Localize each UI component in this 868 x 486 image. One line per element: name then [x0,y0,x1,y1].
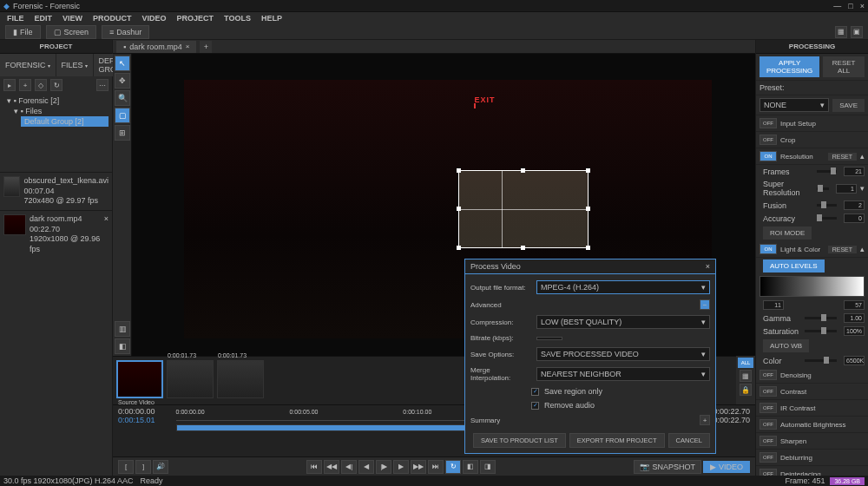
toggle-sharpen[interactable]: OFF [760,436,777,446]
loop[interactable]: ↻ [445,460,461,474]
histogram[interactable] [760,276,865,297]
add-tab[interactable]: + [200,41,212,53]
cancel-button[interactable]: CANCEL [668,433,710,448]
toggle-light[interactable]: ON [760,244,777,254]
toggle-input[interactable]: OFF [760,118,777,128]
next[interactable]: ▶ [393,460,409,474]
file-button[interactable]: ▮File [5,25,41,39]
menu-help[interactable]: HELP [261,14,282,23]
advanced-toggle[interactable]: − [700,299,710,310]
proj-menu[interactable]: ⋯ [96,79,108,91]
gamma-slider[interactable] [805,317,837,319]
toggle-ircontrast[interactable]: OFF [760,403,777,413]
prev-frame[interactable]: ◀| [341,460,357,474]
frames-slider[interactable] [817,170,837,173]
tab-files[interactable]: FILES▾ [56,54,94,76]
sat-slider[interactable] [805,330,837,332]
reset-resolution[interactable]: RESET [828,153,857,161]
thumb-source[interactable]: Source Video [116,360,163,398]
auto-levels[interactable]: AUTO LEVELS [763,259,825,273]
hand-tool[interactable]: ✥ [115,73,130,89]
menu-video[interactable]: VIDEO [142,14,167,23]
auto-wb[interactable]: AUTO WB [763,339,809,352]
play[interactable]: |▶ [376,460,391,474]
roi-rectangle[interactable] [458,170,589,248]
thumb-3[interactable]: 0:00:01.73 [217,360,264,398]
save-region-checkbox[interactable]: ✓ [531,388,539,396]
clip-1[interactable]: obscured_text_Ikena.avi 00:07.04 720x480… [0,172,112,210]
menu-edit[interactable]: EDIT [35,14,53,23]
export-button[interactable]: EXPORT FROM PROJECT [569,433,665,448]
close-icon[interactable]: × [186,43,190,50]
video-tab[interactable]: ▪dark room.mp4× [116,41,196,53]
proj-chevron[interactable]: ◇ [35,79,47,91]
range-b[interactable]: ◨ [480,460,496,474]
bitrate-input[interactable] [536,337,562,340]
close-icon[interactable]: × [706,262,710,271]
save-preset[interactable]: SAVE [832,99,865,112]
proj-expand[interactable]: ▸ [3,79,16,91]
menu-product[interactable]: PRODUCT [93,14,132,23]
zoom-tool[interactable]: 🔍 [115,90,130,106]
accuracy-slider[interactable] [817,217,837,220]
step-back[interactable]: ◀◀ [324,460,339,474]
range-a[interactable]: ◧ [463,460,478,474]
menu-view[interactable]: VIEW [62,14,82,23]
in-point[interactable]: [ [118,460,134,474]
merge-select[interactable]: NEAREST NEIGHBOR▾ [536,367,710,381]
dashur-button[interactable]: ≡Dashur [102,25,149,39]
maximize-icon[interactable]: □ [848,2,852,10]
reset-all-button[interactable]: RESET ALL [823,56,865,77]
toggle-resolution[interactable]: ON [760,151,777,161]
apply-button[interactable]: APPLY PROCESSING [760,56,819,77]
format-select[interactable]: MPEG-4 (H.264)▾ [536,280,710,294]
tool-x[interactable]: ▥ [115,321,130,337]
tree-root[interactable]: ▾ ▪ Forensic [2] [3,95,108,106]
tree-files[interactable]: ▾ ▪ Files [3,106,108,116]
toggle-deint[interactable]: OFF [760,469,777,476]
screen-button[interactable]: ▢Screen [46,25,97,39]
toggle-crop[interactable]: OFF [760,135,777,145]
fusion-slider[interactable] [817,204,837,207]
proj-collapse[interactable]: + [19,79,31,91]
region-tool[interactable]: ▢ [115,108,130,123]
toggle-deblur[interactable]: OFF [760,452,777,463]
preset-select[interactable]: NONE▾ [760,98,829,112]
menu-tools[interactable]: TOOLS [224,14,251,23]
clip-2[interactable]: dark room.mp4 00:22.70 1920x1080 @ 29.96… [0,210,112,259]
all-button[interactable]: ALL [738,358,753,368]
prev[interactable]: ◀ [358,460,374,474]
goto-end[interactable]: ⏭ [428,460,444,474]
remove-audio-checkbox[interactable]: ✓ [531,402,539,410]
superres-slider[interactable] [817,187,829,190]
next-frame[interactable]: ▶▶ [411,460,426,474]
menu-file[interactable]: FILE [7,14,24,23]
video-button[interactable]: ▶VIDEO [703,461,750,473]
thumb-2[interactable]: 0:00:01.73 [167,360,214,398]
color-slider[interactable] [805,359,837,362]
roi-mode[interactable]: ROI MODE [763,227,812,240]
summary-toggle[interactable]: + [700,415,710,425]
mute-icon[interactable]: 🔊 [153,460,168,474]
tool-b[interactable]: ▣ [851,26,863,38]
tool-a[interactable]: ▦ [835,26,847,38]
icon-a[interactable]: ▦ [740,370,752,382]
tool-y[interactable]: ◧ [115,338,130,354]
menu-project[interactable]: PROJECT [177,14,214,23]
lock-icon[interactable]: 🔒 [740,384,752,396]
tree-group[interactable]: Default Group [2] [21,116,108,127]
toggle-denoise[interactable]: OFF [760,370,777,380]
close-icon[interactable]: × [860,2,865,10]
snapshot-button[interactable]: 📷SNAPSHOT [634,460,701,474]
proj-refresh[interactable]: ↻ [50,79,62,91]
goto-start[interactable]: ⏮ [306,460,322,474]
cursor-tool[interactable]: ↖ [115,56,130,71]
save-select[interactable]: SAVE PROCESSED VIDEO▾ [536,347,710,361]
toggle-contrast[interactable]: OFF [760,386,777,397]
toggle-autobright[interactable]: OFF [760,419,777,430]
minimize-icon[interactable]: — [833,2,841,10]
close-icon[interactable]: × [104,214,108,255]
measure-tool[interactable]: ⊞ [115,125,130,141]
compression-select[interactable]: LOW (BEST QUALITY)▾ [536,315,710,329]
out-point[interactable]: ] [135,460,151,474]
